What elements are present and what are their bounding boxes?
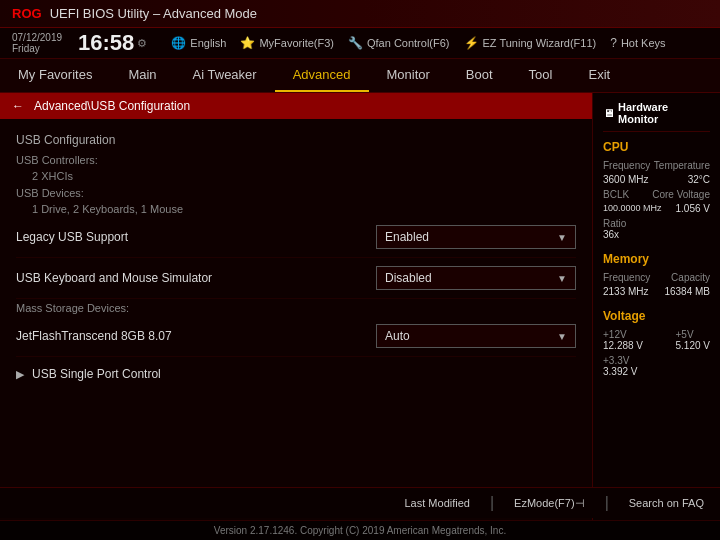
shortcut-myfavorite[interactable]: ⭐ MyFavorite(F3) — [240, 36, 334, 50]
cpu-ratio-value: 36x — [603, 229, 710, 240]
nav-advanced[interactable]: Advanced — [275, 59, 369, 92]
v5-value: 5.120 V — [676, 340, 710, 351]
title-bar: ROG UEFI BIOS Utility – Advanced Mode — [0, 0, 720, 28]
nav-main[interactable]: Main — [110, 59, 174, 92]
nav-tool[interactable]: Tool — [511, 59, 571, 92]
time-display: 16:58 — [78, 32, 134, 54]
ez-mode-link[interactable]: EzMode(F7)⊣ — [514, 497, 585, 510]
mem-cap-label: Capacity — [671, 272, 710, 283]
nav-exit[interactable]: Exit — [570, 59, 628, 92]
cpu-section: CPU Frequency Temperature 3600 MHz 32°C … — [603, 140, 710, 240]
mass-storage-label: Mass Storage Devices: — [16, 299, 576, 316]
usb-keyboard-arrow-icon: ▼ — [557, 273, 567, 284]
nav-monitor[interactable]: Monitor — [369, 59, 448, 92]
voltage-section: Voltage +12V 12.288 V +5V 5.120 V +3.3V … — [603, 309, 710, 377]
language-icon: 🌐 — [171, 36, 186, 50]
cpu-freq-value: 3600 MHz — [603, 174, 649, 185]
bottom-bar: Last Modified | EzMode(F7)⊣ | Search on … — [0, 487, 720, 518]
hardware-monitor-panel: 🖥 Hardware Monitor CPU Frequency Tempera… — [592, 93, 720, 523]
separator-1: | — [490, 494, 494, 512]
legacy-usb-row: Legacy USB Support Enabled ▼ — [16, 217, 576, 258]
cpu-freq-label: Frequency — [603, 160, 650, 171]
back-arrow-icon[interactable]: ← — [12, 99, 24, 113]
usb-devices-label: USB Devices: — [16, 184, 576, 201]
rog-logo: ROG — [12, 6, 42, 21]
cpu-corevolt-value: 1.056 V — [676, 203, 710, 214]
hw-monitor-title: 🖥 Hardware Monitor — [603, 101, 710, 132]
usb-keyboard-label: USB Keyboard and Mouse Simulator — [16, 271, 212, 285]
usb-devices-value: 1 Drive, 2 Keyboards, 1 Mouse — [16, 201, 576, 217]
nav-boot[interactable]: Boot — [448, 59, 511, 92]
shortcut-hotkeys[interactable]: ? Hot Keys — [610, 36, 665, 50]
shortcut-qfan[interactable]: 🔧 Qfan Control(F6) — [348, 36, 450, 50]
left-panel: ← Advanced\USB Configuration USB Configu… — [0, 93, 592, 523]
cpu-bclk-label: BCLK — [603, 189, 629, 200]
mem-values-row: 2133 MHz 16384 MB — [603, 286, 710, 297]
favorite-label: MyFavorite(F3) — [259, 37, 334, 49]
v33-value: 3.392 V — [603, 366, 710, 377]
mem-labels-row: Frequency Capacity — [603, 272, 710, 283]
search-faq-link[interactable]: Search on FAQ — [629, 497, 704, 509]
jetflash-value: Auto — [385, 329, 410, 343]
last-modified-link[interactable]: Last Modified — [405, 497, 470, 509]
cpu-freq-row: Frequency Temperature — [603, 160, 710, 171]
usb-keyboard-dropdown[interactable]: Disabled ▼ — [376, 266, 576, 290]
hotkeys-label: Hot Keys — [621, 37, 666, 49]
qfan-label: Qfan Control(F6) — [367, 37, 450, 49]
eztuning-icon: ⚡ — [464, 36, 479, 50]
breadcrumb[interactable]: ← Advanced\USB Configuration — [0, 93, 592, 119]
day-display: Friday — [12, 43, 62, 54]
settings-icon[interactable]: ⚙ — [137, 37, 147, 50]
cpu-temp-value: 32°C — [688, 174, 710, 185]
v33-label: +3.3V — [603, 355, 710, 366]
qfan-icon: 🔧 — [348, 36, 363, 50]
shortcuts-bar: 🌐 English ⭐ MyFavorite(F3) 🔧 Qfan Contro… — [171, 36, 665, 50]
legacy-usb-label: Legacy USB Support — [16, 230, 128, 244]
separator-2: | — [605, 494, 609, 512]
mem-freq-label: Frequency — [603, 272, 650, 283]
usb-controllers-value: 2 XHCIs — [16, 168, 576, 184]
legacy-usb-dropdown[interactable]: Enabled ▼ — [376, 225, 576, 249]
eztuning-label: EZ Tuning Wizard(F11) — [483, 37, 597, 49]
usb-single-port-label: USB Single Port Control — [32, 367, 161, 381]
datetime-display: 07/12/2019 Friday — [12, 32, 62, 54]
info-bar: 07/12/2019 Friday 16:58 ⚙ 🌐 English ⭐ My… — [0, 28, 720, 59]
cpu-bclk-val-row: 100.0000 MHz 1.056 V — [603, 203, 710, 214]
nav-my-favorites[interactable]: My Favorites — [0, 59, 110, 92]
jetflash-arrow-icon: ▼ — [557, 331, 567, 342]
v12-label: +12V — [603, 329, 643, 340]
main-content: ← Advanced\USB Configuration USB Configu… — [0, 93, 720, 523]
favorite-icon: ⭐ — [240, 36, 255, 50]
cpu-freq-val-row: 3600 MHz 32°C — [603, 174, 710, 185]
jetflash-dropdown[interactable]: Auto ▼ — [376, 324, 576, 348]
legacy-usb-value: Enabled — [385, 230, 429, 244]
cpu-temp-label: Temperature — [654, 160, 710, 171]
usb-controllers-label: USB Controllers: — [16, 151, 576, 168]
usb-config-title: USB Configuration — [16, 129, 576, 151]
v12-value: 12.288 V — [603, 340, 643, 351]
shortcut-language[interactable]: 🌐 English — [171, 36, 226, 50]
date-display: 07/12/2019 — [12, 32, 62, 43]
breadcrumb-path: Advanced\USB Configuration — [34, 99, 190, 113]
language-label: English — [190, 37, 226, 49]
memory-section-title: Memory — [603, 252, 710, 266]
shortcut-eztuning[interactable]: ⚡ EZ Tuning Wizard(F11) — [464, 36, 597, 50]
footer-text: Version 2.17.1246. Copyright (C) 2019 Am… — [214, 525, 506, 536]
app-title: UEFI BIOS Utility – Advanced Mode — [50, 6, 257, 21]
jetflash-row: JetFlashTranscend 8GB 8.07 Auto ▼ — [16, 316, 576, 357]
nav-ai-tweaker[interactable]: Ai Tweaker — [175, 59, 275, 92]
usb-single-port-item[interactable]: ▶ USB Single Port Control — [16, 357, 576, 391]
cpu-ratio-label: Ratio — [603, 218, 710, 229]
mem-freq-value: 2133 MHz — [603, 286, 649, 297]
cpu-bclk-row: BCLK Core Voltage — [603, 189, 710, 200]
legacy-usb-arrow-icon: ▼ — [557, 232, 567, 243]
nav-bar: My Favorites Main Ai Tweaker Advanced Mo… — [0, 59, 720, 93]
volt-12-row: +12V 12.288 V +5V 5.120 V — [603, 329, 710, 351]
cpu-corevolt-label: Core Voltage — [652, 189, 710, 200]
cpu-section-title: CPU — [603, 140, 710, 154]
voltage-section-title: Voltage — [603, 309, 710, 323]
jetflash-label: JetFlashTranscend 8GB 8.07 — [16, 329, 172, 343]
usb-keyboard-row: USB Keyboard and Mouse Simulator Disable… — [16, 258, 576, 299]
cpu-ratio-row: Ratio 36x — [603, 218, 710, 240]
chevron-right-icon: ▶ — [16, 368, 24, 381]
